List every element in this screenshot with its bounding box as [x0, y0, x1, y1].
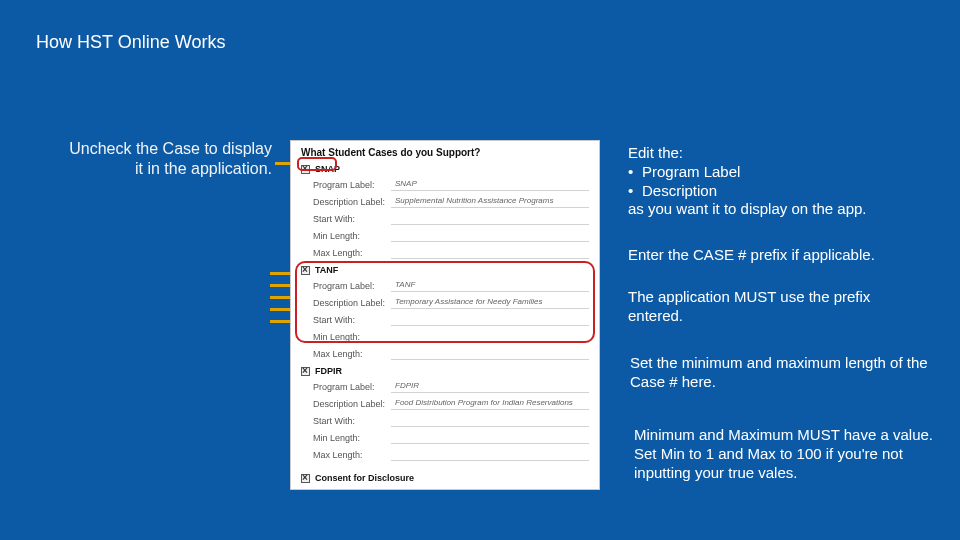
callout-edit-line1: Edit the:: [628, 144, 928, 163]
snap-startwith[interactable]: [391, 213, 589, 225]
slide: { "title": "How HST Online Works", "left…: [0, 0, 960, 540]
fdpir-maxlen[interactable]: [391, 449, 589, 461]
consent-row: Consent for Disclosure: [301, 473, 589, 483]
fdpir-checkbox-row: FDPIR: [301, 366, 589, 376]
bullet-icon: •: [628, 163, 642, 182]
fdpir-minlen[interactable]: [391, 432, 589, 444]
snap-minlen[interactable]: [391, 230, 589, 242]
callout-prefix-must: The application MUST use the prefix ente…: [618, 282, 938, 330]
callout-edit-fields: Edit the: •Program Label •Description as…: [618, 138, 938, 232]
bullet-icon: •: [628, 182, 642, 201]
label-description: Description Label:: [313, 197, 391, 207]
consent-checkbox[interactable]: [301, 474, 310, 483]
label-minlen: Min Length:: [313, 231, 391, 241]
left-instruction-line1: Uncheck the Case to display: [69, 140, 272, 157]
highlight-tanf-block: [295, 261, 595, 343]
label-program: Program Label:: [313, 180, 391, 190]
left-instruction: Uncheck the Case to display it in the ap…: [52, 139, 272, 179]
callout-edit-line2: as you want it to display on the app.: [628, 200, 928, 219]
fdpir-description[interactable]: Food Distribution Program for Indian Res…: [391, 398, 589, 410]
slide-title: How HST Online Works: [36, 32, 225, 53]
fdpir-startwith[interactable]: [391, 415, 589, 427]
left-instruction-line2: it in the application.: [135, 160, 272, 177]
label-maxlen: Max Length:: [313, 248, 391, 258]
highlight-snap-checkbox: [297, 157, 337, 171]
snap-program-label[interactable]: SNAP: [391, 179, 589, 191]
snap-maxlen[interactable]: [391, 247, 589, 259]
callout-edit-bullet1: Program Label: [642, 163, 740, 182]
snap-checkbox-row: SNAP: [301, 164, 589, 174]
consent-label: Consent for Disclosure: [315, 473, 414, 483]
fdpir-section-name: FDPIR: [315, 366, 342, 376]
callout-edit-bullet2: Description: [642, 182, 717, 201]
callout-case-prefix: Enter the CASE # prefix if applicable.: [618, 240, 938, 268]
fdpir-checkbox[interactable]: [301, 367, 310, 376]
fdpir-program-label[interactable]: FDPIR: [391, 381, 589, 393]
form-heading: What Student Cases do you Support?: [301, 147, 589, 158]
callout-min-max-values: Minimum and Maximum MUST have a value. S…: [624, 420, 944, 500]
snap-description[interactable]: Supplemental Nutrition Assistance Progra…: [391, 196, 589, 208]
tanf-maxlen[interactable]: [391, 348, 589, 360]
callout-min-max: Set the minimum and maximum length of th…: [620, 348, 940, 396]
label-startwith: Start With:: [313, 214, 391, 224]
